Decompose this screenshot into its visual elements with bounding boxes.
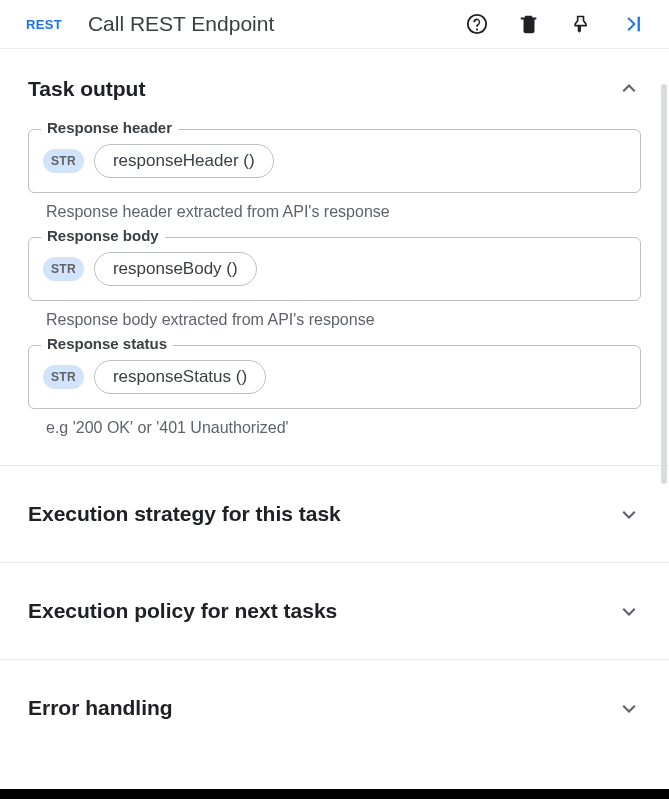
execution-strategy-title: Execution strategy for this task: [28, 502, 341, 526]
variable-chip[interactable]: responseBody (): [94, 252, 257, 286]
chevron-down-icon: [617, 502, 641, 526]
type-badge: STR: [43, 149, 84, 173]
response-status-field: Response status STR responseStatus () e.…: [28, 345, 641, 437]
response-status-box[interactable]: Response status STR responseStatus (): [28, 345, 641, 409]
svg-rect-0: [638, 17, 640, 32]
field-hint: e.g '200 OK' or '401 Unauthorized': [46, 419, 641, 437]
task-output-title: Task output: [28, 77, 145, 101]
chevron-up-icon: [617, 77, 641, 101]
variable-chip[interactable]: responseStatus (): [94, 360, 266, 394]
scrollbar[interactable]: [661, 84, 667, 799]
pin-icon[interactable]: [569, 12, 593, 36]
field-hint: Response header extracted from API's res…: [46, 203, 641, 221]
execution-policy-title: Execution policy for next tasks: [28, 599, 337, 623]
rest-badge: REST: [26, 17, 62, 32]
response-body-box[interactable]: Response body STR responseBody (): [28, 237, 641, 301]
error-handling-section: Error handling: [0, 660, 669, 756]
response-body-field: Response body STR responseBody () Respon…: [28, 237, 641, 329]
field-legend: Response status: [41, 335, 173, 352]
chevron-down-icon: [617, 599, 641, 623]
page-title: Call REST Endpoint: [88, 12, 449, 36]
execution-policy-header[interactable]: Execution policy for next tasks: [28, 599, 641, 623]
help-icon[interactable]: [465, 12, 489, 36]
execution-policy-section: Execution policy for next tasks: [0, 563, 669, 660]
response-header-box[interactable]: Response header STR responseHeader (): [28, 129, 641, 193]
variable-chip[interactable]: responseHeader (): [94, 144, 274, 178]
task-output-section: Task output Response header STR response…: [0, 49, 669, 466]
error-handling-title: Error handling: [28, 696, 173, 720]
scrollbar-thumb[interactable]: [661, 84, 667, 484]
task-output-header[interactable]: Task output: [28, 77, 641, 101]
chevron-down-icon: [617, 696, 641, 720]
task-output-fields: Response header STR responseHeader () Re…: [28, 129, 641, 437]
collapse-panel-icon[interactable]: [621, 12, 645, 36]
type-badge: STR: [43, 365, 84, 389]
header-actions: [465, 12, 645, 36]
field-hint: Response body extracted from API's respo…: [46, 311, 641, 329]
bottom-strip: [0, 789, 669, 799]
type-badge: STR: [43, 257, 84, 281]
config-panel: Task output Response header STR response…: [0, 48, 669, 756]
response-header-field: Response header STR responseHeader () Re…: [28, 129, 641, 221]
field-legend: Response header: [41, 119, 178, 136]
delete-icon[interactable]: [517, 12, 541, 36]
header: REST Call REST Endpoint: [0, 0, 669, 48]
execution-strategy-section: Execution strategy for this task: [0, 466, 669, 563]
error-handling-header[interactable]: Error handling: [28, 696, 641, 720]
field-legend: Response body: [41, 227, 165, 244]
execution-strategy-header[interactable]: Execution strategy for this task: [28, 502, 641, 526]
